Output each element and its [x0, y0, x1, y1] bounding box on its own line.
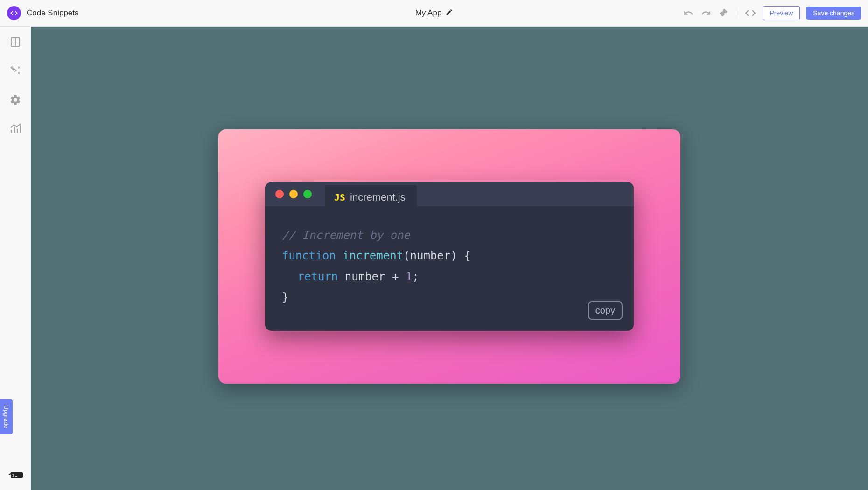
tables-icon[interactable]: [9, 36, 21, 48]
app-logo-icon[interactable]: [7, 6, 21, 20]
close-dot-icon: [275, 190, 284, 198]
page-title: Code Snippets: [27, 8, 79, 18]
code-body[interactable]: // Increment by one function increment(n…: [265, 206, 634, 331]
traffic-lights: [275, 190, 312, 198]
svg-rect-7: [11, 472, 23, 478]
redo-icon[interactable]: [700, 7, 712, 19]
window-title-bar: JS increment.js: [265, 182, 634, 206]
canvas-area[interactable]: JS increment.js // Increment by one func…: [31, 27, 868, 490]
edit-icon[interactable]: [445, 8, 453, 18]
hammer-icon[interactable]: [718, 7, 729, 19]
analytics-icon[interactable]: [9, 123, 21, 135]
main-layout: Upgrade JS increment.js: [0, 27, 868, 490]
copy-button[interactable]: copy: [588, 301, 623, 320]
divider: [737, 8, 737, 18]
save-button[interactable]: Save changes: [806, 7, 861, 20]
top-header: Code Snippets My App Preview Save change…: [0, 0, 868, 27]
wand-icon[interactable]: [9, 65, 21, 77]
code-window: JS increment.js // Increment by one func…: [265, 182, 634, 331]
terminal-icon[interactable]: [7, 469, 24, 481]
preview-button[interactable]: Preview: [763, 6, 800, 20]
maximize-dot-icon: [303, 190, 312, 198]
minimize-dot-icon: [289, 190, 298, 198]
code-line-close: }: [282, 287, 617, 308]
left-sidebar: Upgrade: [0, 27, 31, 490]
app-name-label: My App: [415, 8, 442, 18]
undo-icon[interactable]: [683, 7, 694, 19]
code-line-func-decl: function increment(number) {: [282, 245, 617, 266]
app-name-group[interactable]: My App: [415, 8, 453, 18]
code-line-comment: // Increment by one: [282, 225, 617, 245]
snippet-card[interactable]: JS increment.js // Increment by one func…: [218, 129, 680, 384]
upgrade-tab[interactable]: Upgrade: [0, 399, 13, 434]
gear-icon[interactable]: [9, 94, 21, 106]
code-view-icon[interactable]: [745, 7, 756, 19]
code-line-return: return number + 1;: [282, 266, 617, 287]
header-left: Code Snippets: [7, 6, 79, 20]
js-badge-icon: JS: [334, 192, 345, 203]
header-actions: Preview Save changes: [683, 6, 861, 20]
file-name-label: increment.js: [350, 191, 406, 203]
